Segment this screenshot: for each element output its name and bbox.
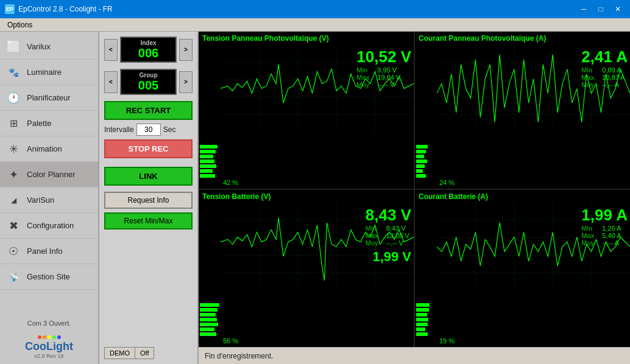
chart-courant-pv-title: Courant Panneau Photovoltaïque (A): [415, 32, 630, 45]
link-button[interactable]: LINK: [104, 167, 193, 186]
stat-moy-label: Moy: [356, 81, 373, 88]
chart-tension-pv-bars: [199, 45, 221, 189]
stat-min-value: 1,26 A: [602, 225, 621, 232]
chart-courant-pv-body: 24 % 2,41 A Min 0,09 A Max 10,87 A: [415, 45, 630, 189]
sidebar-label-animation: Animation: [27, 144, 62, 153]
options-menu[interactable]: Options: [2, 19, 37, 30]
chart-tension-bat-bars: [199, 203, 221, 347]
sidebar-item-varilux[interactable]: ⬜ Varilux: [0, 34, 98, 60]
chart-courant-pv: Courant Panneau Photovoltaïque (A): [415, 32, 630, 189]
sidebar-label-varisun: VariSun: [27, 195, 54, 205]
logo-dot-orange: [43, 335, 46, 339]
reset-button[interactable]: Reset Min/Max: [104, 212, 193, 229]
logo-text: CooLight: [25, 340, 73, 353]
com-status: Com 3 Ouvert.: [4, 320, 94, 327]
sidebar-item-varisun[interactable]: ◢ VariSun: [0, 187, 98, 213]
sidebar: ⬜ Varilux 🐾 Luminaire 🕐 Planificateur ⊞ …: [0, 32, 99, 364]
bar-item: [416, 150, 426, 153]
sidebar-item-panel-info[interactable]: ☉ Panel Info: [0, 239, 98, 264]
maximize-button[interactable]: □: [593, 3, 608, 15]
chart-courant-pv-graph: 24 % 2,41 A Min 0,09 A Max 10,87 A: [437, 45, 630, 189]
group-next-button[interactable]: >: [179, 71, 193, 93]
bar-item: [200, 308, 218, 312]
group-row: < Group 005 >: [104, 69, 193, 95]
bar-item: [416, 174, 426, 178]
stat-min-value: 8,43 V: [386, 225, 406, 232]
bar-item: [416, 313, 427, 317]
bar-item: [416, 308, 429, 312]
configuration-icon: ✖: [5, 217, 22, 234]
status-message: Fin d'enregistrement.: [205, 352, 273, 360]
bar-item: [200, 159, 214, 163]
bar-item: [200, 145, 218, 149]
stat-moy-value: --,-- V: [386, 239, 403, 247]
chart-courant-pv-main-value: 2,41 A: [581, 47, 628, 66]
stat-row: Min 1,26 A: [581, 225, 628, 232]
chart-tension-bat-percent: 56 %: [223, 337, 238, 345]
request-info-button[interactable]: Request Info: [104, 192, 193, 209]
stat-moy-value: --,-- V: [377, 81, 394, 88]
demo-button[interactable]: DEMO: [104, 347, 135, 359]
chart-courant-bat-stats: 1,99 A Min 1,26 A Max 5,40 A Moy: [581, 203, 628, 249]
bar-item: [416, 303, 430, 307]
chart-tension-pv: Tension Panneau Photovoltaïque (V): [199, 32, 414, 189]
sidebar-item-planificateur[interactable]: 🕐 Planificateur: [0, 85, 98, 111]
index-prev-button[interactable]: <: [104, 39, 118, 61]
sidebar-item-color-planner[interactable]: ✦ Color Planner: [0, 162, 98, 187]
app-title: EpControl 2.8 - Coolight - FR: [18, 5, 113, 13]
stat-min-value: 0,09 A: [602, 66, 621, 74]
minimize-button[interactable]: ─: [576, 3, 591, 15]
rec-start-button[interactable]: REC START: [104, 101, 193, 120]
stat-max-value: 13,08 V: [386, 232, 409, 239]
logo-version: v2.8 Rev 18: [34, 353, 63, 359]
chart-tension-pv-body: 42 % 10,52 V Min 9,95 V Max 19,04 V: [199, 45, 414, 189]
stat-max-label: Max: [581, 232, 598, 239]
sidebar-item-gestion-site[interactable]: 📡 Gestion Site: [0, 264, 98, 290]
close-button[interactable]: ✕: [611, 3, 625, 15]
titlebar-controls: ─ □ ✕: [576, 3, 625, 15]
chart-courant-pv-percent: 24 %: [439, 179, 455, 186]
chart-tension-pv-main-value: 10,52 V: [356, 47, 411, 66]
sidebar-item-animation[interactable]: ✳ Animation: [0, 136, 98, 162]
sidebar-label-luminaire: Luminaire: [27, 68, 62, 77]
bar-item: [416, 164, 425, 168]
bar-item: [200, 313, 216, 317]
sidebar-label-planificateur: Planificateur: [27, 93, 71, 102]
chart-tension-pv-percent: 42 %: [223, 179, 238, 186]
stop-rec-button[interactable]: STOP REC: [104, 139, 193, 158]
stat-moy-label: Moy: [366, 239, 383, 247]
group-display: Group 005: [120, 69, 177, 95]
index-next-button[interactable]: >: [179, 39, 193, 61]
chart-tension-bat-graph: 56 % 8,43 V Min 8,43 V Max 13,08 V: [221, 203, 414, 347]
sidebar-label-palette: Palette: [27, 119, 51, 128]
bar-item: [200, 318, 217, 321]
panel-info-icon: ☉: [5, 243, 22, 260]
sidebar-item-configuration[interactable]: ✖ Configuration: [0, 213, 98, 239]
sidebar-item-palette[interactable]: ⊞ Palette: [0, 111, 98, 136]
charts-area: Tension Panneau Photovoltaïque (V): [199, 32, 630, 364]
bar-item: [200, 164, 216, 168]
stat-max-value: 10,87 A: [602, 74, 625, 81]
luminaire-icon: 🐾: [5, 64, 22, 81]
bar-item: [416, 159, 427, 163]
bar-item: [200, 327, 214, 331]
stat-row: Min 0,09 A: [581, 66, 628, 74]
charts-grid: Tension Panneau Photovoltaïque (V): [199, 32, 630, 347]
interval-input[interactable]: [136, 124, 161, 136]
group-prev-button[interactable]: <: [104, 71, 118, 93]
index-display: Index 006: [120, 37, 177, 63]
bar-item: [416, 145, 428, 149]
sidebar-item-luminaire[interactable]: 🐾 Luminaire: [0, 60, 98, 85]
stat-min-label: Min: [366, 225, 383, 232]
chart-courant-bat-graph: 19 % 1,99 A Min 1,26 A Max 5,40 A: [437, 203, 630, 347]
bar-item: [416, 155, 424, 158]
index-row: < Index 006 >: [104, 37, 193, 63]
main-container: ⬜ Varilux 🐾 Luminaire 🕐 Planificateur ⊞ …: [0, 32, 630, 364]
stat-moy-label: Moy: [581, 239, 598, 247]
stat-row: Max 10,87 A: [581, 74, 628, 81]
logo-area: CooLight v2.8 Rev 18: [0, 331, 98, 364]
index-value: 006: [124, 46, 173, 60]
demo-off-button[interactable]: Off: [135, 347, 154, 359]
stat-row: Max 5,40 A: [581, 232, 628, 239]
stat-row: Max 13,08 V: [366, 232, 411, 239]
